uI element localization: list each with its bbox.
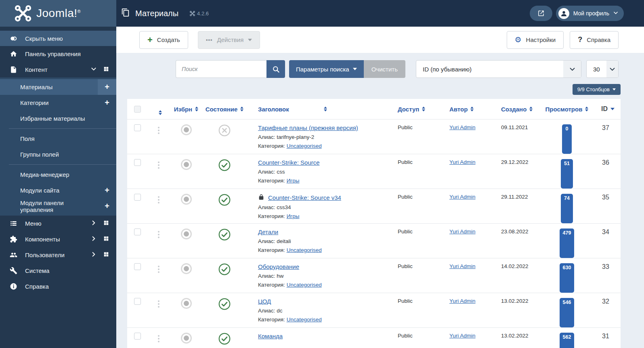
- access-header[interactable]: Доступ: [378, 106, 429, 113]
- home-icon: [7, 50, 19, 58]
- category-link[interactable]: Uncategorised: [287, 317, 322, 323]
- drag-handle[interactable]: [147, 189, 170, 223]
- views-header[interactable]: Просмотров: [538, 106, 596, 113]
- article-title-link[interactable]: Counter-Strike: Source v34: [268, 194, 341, 201]
- select-all-checkbox[interactable]: [134, 106, 141, 113]
- views-badge: 562: [560, 333, 575, 348]
- state-published-icon[interactable]: [218, 333, 231, 348]
- created-header[interactable]: Создано: [481, 106, 538, 113]
- featured-toggle-icon[interactable]: [181, 229, 192, 239]
- category-link[interactable]: Uncategorised: [287, 247, 322, 253]
- category-link[interactable]: Игры: [287, 213, 300, 219]
- state-published-icon[interactable]: [218, 263, 231, 293]
- state-unpublished-icon[interactable]: [218, 124, 231, 154]
- add-new-icon[interactable]: +: [98, 198, 116, 214]
- sidebar-item-document[interactable]: Контент: [0, 62, 116, 78]
- drag-handle[interactable]: [147, 293, 170, 327]
- featured-toggle-icon[interactable]: [181, 159, 192, 170]
- featured-header[interactable]: Избрн: [170, 106, 202, 113]
- author-link[interactable]: Yuri Admin: [449, 124, 476, 130]
- drag-handle[interactable]: [147, 224, 170, 258]
- add-new-icon[interactable]: +: [98, 95, 116, 111]
- dashboard-grid-icon[interactable]: [103, 66, 109, 73]
- sidebar-item-users[interactable]: Пользователи: [0, 247, 116, 263]
- article-title-link[interactable]: Оборудование: [258, 263, 299, 270]
- hide-menu-label: Скрыть меню: [25, 35, 63, 42]
- sidebar-item-home[interactable]: Панель управления: [0, 46, 116, 62]
- sidebar-item-info[interactable]: Справка: [0, 279, 116, 294]
- table-header-row: Избрн Состояние Заголовок Доступ Автор С…: [127, 99, 621, 119]
- new-button[interactable]: + Создать: [139, 31, 188, 49]
- external-link-icon: [537, 10, 545, 17]
- sidebar-item-hide-menu[interactable]: Скрыть меню: [0, 31, 116, 46]
- order-sort-header[interactable]: [147, 103, 170, 115]
- author-link[interactable]: Yuri Admin: [449, 159, 476, 165]
- submenu-item[interactable]: Модули сайта+: [0, 182, 116, 198]
- submenu-item[interactable]: Избранные материалы: [0, 111, 116, 126]
- row-checkbox[interactable]: [134, 229, 141, 235]
- category-link[interactable]: Uncategorised: [287, 143, 322, 149]
- columns-toggle-button[interactable]: 9/9 Столбцов: [573, 84, 621, 95]
- sidebar-item-list[interactable]: Меню: [0, 216, 116, 231]
- article-title-link[interactable]: ЦОД: [258, 298, 271, 305]
- search-button[interactable]: [266, 60, 285, 78]
- dashboard-grid-icon[interactable]: [103, 252, 109, 258]
- drag-handle[interactable]: [147, 119, 170, 154]
- options-button[interactable]: ⚙ Настройки: [507, 31, 564, 49]
- preview-site-button[interactable]: [530, 6, 552, 21]
- page-size-select[interactable]: 30: [586, 60, 619, 78]
- row-checkbox[interactable]: [134, 159, 141, 166]
- article-title-link[interactable]: Детали: [258, 229, 278, 235]
- clear-button[interactable]: Очистить: [364, 60, 405, 78]
- search-input[interactable]: [176, 60, 266, 78]
- drag-handle[interactable]: [147, 258, 170, 293]
- dashboard-grid-icon[interactable]: [103, 236, 109, 243]
- sidebar-item-puzzle[interactable]: Компоненты: [0, 231, 116, 247]
- submenu-item[interactable]: Поля: [0, 131, 116, 147]
- drag-handle[interactable]: [147, 328, 170, 348]
- author-link[interactable]: Yuri Admin: [449, 298, 476, 304]
- state-published-icon[interactable]: [218, 194, 231, 223]
- row-checkbox[interactable]: [134, 124, 141, 131]
- row-checkbox[interactable]: [134, 263, 141, 270]
- submenu-item[interactable]: Категории+: [0, 95, 116, 111]
- profile-menu-button[interactable]: Мой профиль: [556, 6, 624, 21]
- actions-button[interactable]: ••• Действия: [198, 31, 260, 49]
- id-header[interactable]: ID: [596, 105, 621, 113]
- state-published-icon[interactable]: [218, 159, 231, 189]
- featured-toggle-icon[interactable]: [181, 263, 192, 274]
- submenu-item[interactable]: Модули панели управления+: [0, 198, 116, 214]
- submenu-item[interactable]: Материалы+: [0, 79, 116, 95]
- title-header[interactable]: Заголовок: [247, 106, 378, 113]
- category-link[interactable]: Игры: [287, 178, 300, 184]
- state-header[interactable]: Состояние: [202, 106, 247, 113]
- state-published-icon[interactable]: [218, 229, 231, 258]
- submenu-item[interactable]: Группы полей: [0, 147, 116, 162]
- row-checkbox[interactable]: [134, 333, 141, 340]
- featured-toggle-icon[interactable]: [181, 124, 192, 135]
- help-button[interactable]: ? Справка: [570, 31, 619, 49]
- add-new-icon[interactable]: +: [98, 79, 116, 95]
- row-checkbox[interactable]: [134, 298, 141, 305]
- article-title-link[interactable]: Команда: [258, 333, 283, 340]
- sort-select[interactable]: ID (по убыванию): [416, 60, 581, 78]
- article-title-link[interactable]: Тарифные планы (прежняя версия): [258, 124, 358, 131]
- article-title-link[interactable]: Counter-Strike: Source: [258, 159, 320, 166]
- dashboard-grid-icon[interactable]: [103, 220, 109, 227]
- featured-toggle-icon[interactable]: [181, 298, 192, 309]
- search-tools-button[interactable]: Параметры поиска: [289, 60, 364, 78]
- author-link[interactable]: Yuri Admin: [449, 333, 476, 339]
- featured-toggle-icon[interactable]: [181, 333, 192, 344]
- author-link[interactable]: Yuri Admin: [449, 263, 476, 269]
- author-link[interactable]: Yuri Admin: [449, 229, 476, 235]
- drag-handle[interactable]: [147, 154, 170, 189]
- category-link[interactable]: Uncategorised: [287, 282, 322, 288]
- state-published-icon[interactable]: [218, 298, 231, 327]
- sidebar-item-wrench[interactable]: Система: [0, 263, 116, 279]
- add-new-icon[interactable]: +: [98, 182, 116, 198]
- featured-toggle-icon[interactable]: [181, 194, 192, 205]
- row-checkbox[interactable]: [134, 194, 141, 201]
- author-header[interactable]: Автор: [429, 106, 481, 113]
- author-link[interactable]: Yuri Admin: [449, 194, 476, 200]
- submenu-item[interactable]: Медиа-менеджер: [0, 167, 116, 182]
